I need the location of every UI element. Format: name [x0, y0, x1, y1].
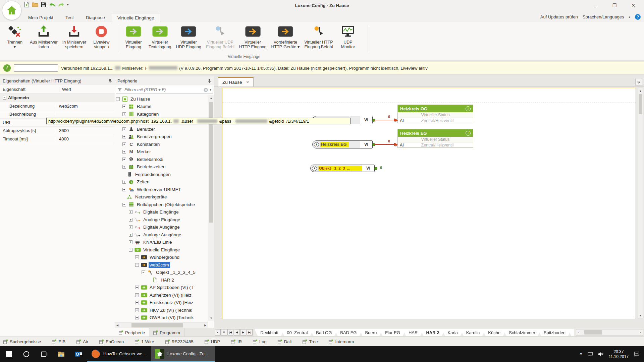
- page-tab-schlafzimmer[interactable]: Schlafzimmer: [503, 329, 541, 336]
- ribbon-button-virtueller-http-eingang[interactable]: VirtuellerHTTP Eingang: [237, 24, 269, 49]
- panel-tab-programm[interactable]: Programm: [149, 328, 184, 337]
- tree-item-räume[interactable]: +Räume: [115, 103, 208, 111]
- tree-item-analoge-ausgänge[interactable]: +Analoge Ausgänge: [115, 231, 208, 239]
- expander-icon[interactable]: +: [122, 127, 126, 131]
- expander-icon[interactable]: +: [135, 255, 139, 259]
- scroll-right-icon[interactable]: ›: [638, 330, 643, 334]
- chevron-down-icon[interactable]: ▾: [629, 15, 630, 19]
- page-nav-next-icon[interactable]: ▶: [240, 329, 246, 336]
- property-value[interactable]: 4000: [56, 136, 69, 141]
- property-row-timeout-ms[interactable]: Timeout [ms]4000: [0, 135, 115, 143]
- status-search-input[interactable]: [14, 64, 58, 72]
- ribbon-button-vordefinierte-http-geräte[interactable]: VordefinierteHTTP-Geräte ▾: [269, 24, 302, 49]
- info-icon[interactable]: i: [466, 106, 471, 111]
- tree-item-betriebszeiten[interactable]: +Betriebszeiten: [115, 163, 208, 171]
- page-nav-menu-icon[interactable]: ▾: [215, 329, 221, 336]
- tree-item-zu-hause[interactable]: −Zu Hause: [115, 95, 208, 103]
- expander-icon[interactable]: +: [135, 316, 139, 319]
- scroll-left-icon[interactable]: ‹: [576, 330, 582, 334]
- taskbar-clock[interactable]: 20:37 11.10.2017: [609, 349, 629, 359]
- tree-item-kategorien[interactable]: +Kategorien: [115, 110, 208, 118]
- tree-item-web2com[interactable]: −web2com: [115, 261, 208, 269]
- expander-icon[interactable]: +: [122, 150, 126, 154]
- expander-icon[interactable]: +: [122, 188, 126, 191]
- tree-item-betriebsmodi[interactable]: +Betriebsmodi: [115, 156, 208, 163]
- dock-panel-dali[interactable]: Dali: [278, 339, 291, 344]
- tree-horizontal-scrollbar[interactable]: ◀ ▶: [115, 322, 208, 328]
- page-tab-har[interactable]: HAR: [403, 329, 423, 336]
- tree-vertical-scrollbar[interactable]: ▲ ▼: [208, 95, 214, 321]
- ribbon-button-virtueller-udp-eingang[interactable]: VirtuellerUDP Eingang: [173, 24, 204, 49]
- taskbar-task-loxone-config-zu[interactable]: Loxone Config - Zu ...: [151, 346, 215, 362]
- scroll-up-icon[interactable]: ▲: [208, 95, 214, 101]
- page-tab-deckblatt[interactable]: Deckblatt: [255, 329, 284, 336]
- task-view-button[interactable]: [35, 346, 52, 362]
- tray-expand-icon[interactable]: ^: [580, 352, 582, 357]
- page-horizontal-scrollbar[interactable]: ‹ ›: [576, 329, 643, 336]
- menu-tab-virtuelle-eingänge[interactable]: Virtuelle Eingänge: [111, 13, 160, 22]
- outlook-button[interactable]: [70, 346, 87, 362]
- tree-item-digitale-ausgänge[interactable]: +Digitale Ausgänge: [115, 224, 208, 231]
- expander-icon[interactable]: +: [129, 218, 132, 222]
- volume-muted-icon[interactable]: [598, 352, 603, 356]
- tree-item-analoge-eingänge[interactable]: +Analoge Eingänge: [115, 216, 208, 224]
- scrollbar-thumb[interactable]: [131, 323, 183, 327]
- dock-panel-udp[interactable]: UDP: [205, 339, 220, 344]
- expander-icon[interactable]: +: [122, 142, 126, 146]
- expander-icon[interactable]: +: [135, 308, 139, 312]
- page-tab-karla[interactable]: Karla: [442, 329, 463, 336]
- tree-item-digitale-eingänge[interactable]: +Digitale Eingänge: [115, 208, 208, 216]
- scrollbar-thumb[interactable]: [639, 94, 642, 114]
- expander-icon[interactable]: +: [122, 180, 126, 184]
- menu-tab-test[interactable]: Test: [59, 13, 80, 22]
- tree-item-frostschutz-vi-heiz[interactable]: +Frostschutz (VI) (Heiz: [115, 299, 208, 307]
- page-nav-overview-icon[interactable]: ⧉: [221, 329, 227, 336]
- expander-icon[interactable]: −: [135, 263, 139, 267]
- taskbar-task-howto-ochsner-we[interactable]: HowTo: Ochsner we...: [87, 346, 151, 362]
- tree-item-har-2[interactable]: HAR 2: [115, 276, 208, 284]
- property-row-allgemein[interactable]: −Allgemein: [0, 94, 115, 102]
- languages-link[interactable]: Sprachen/Languages: [583, 14, 624, 19]
- ribbon-button-trennen[interactable]: Trennen▾: [2, 24, 28, 49]
- close-tab-icon[interactable]: ✕: [246, 80, 249, 84]
- column-header-wert[interactable]: Wert: [59, 87, 71, 92]
- input-port-label[interactable]: AI: [400, 143, 404, 147]
- input-port-label[interactable]: AI: [400, 118, 404, 123]
- scroll-down-icon[interactable]: ▼: [638, 313, 643, 318]
- expander-icon[interactable]: +: [122, 165, 126, 169]
- expander-icon[interactable]: +: [135, 301, 139, 304]
- expander-icon[interactable]: −: [116, 97, 120, 101]
- tree-item-hkv-zu-vi-technik[interactable]: +HKV Zu (VI) (Technik: [115, 306, 208, 314]
- close-button[interactable]: ✕: [624, 0, 643, 11]
- page-nav-first-icon[interactable]: |◀: [227, 329, 233, 336]
- pin-icon[interactable]: [108, 79, 112, 83]
- dock-panel-internorm[interactable]: Internorm: [329, 339, 354, 344]
- menu-tab-mein-projekt[interactable]: Mein Projekt: [22, 13, 59, 22]
- ribbon-button-virtueller-http-eingang-befehl[interactable]: Virtueller HTTPEingang Befehl: [302, 24, 335, 49]
- property-value[interactable]: 3600: [56, 128, 69, 133]
- function-block-heizkreis-eg[interactable]: Heizkreis EG i Virtueller Status AI Zent…: [397, 129, 473, 148]
- tree-item-konstanten[interactable]: +CKonstanten: [115, 140, 208, 148]
- vi-port[interactable]: VI: [360, 141, 372, 148]
- function-block-heizkreis-og[interactable]: Heizkreis OG i Virtueller Status AI Zent…: [397, 105, 473, 123]
- cortana-button[interactable]: [17, 346, 35, 362]
- page-tab-bad-eg[interactable]: BAD EG: [334, 329, 362, 336]
- tree-item-benutzergruppen[interactable]: +Benutzergruppen: [115, 133, 208, 141]
- expander-icon[interactable]: +: [129, 233, 132, 237]
- tree-item-merker[interactable]: +MMerker: [115, 148, 208, 156]
- dock-panel-rs232-485[interactable]: RS232/485: [165, 339, 194, 344]
- scrollbar-thumb[interactable]: [584, 330, 602, 335]
- expander-icon[interactable]: +: [122, 112, 126, 116]
- expander-icon[interactable]: +: [129, 240, 132, 244]
- ribbon-button-udp-monitor[interactable]: UDPMonitor: [335, 24, 361, 49]
- ribbon-button-aus-miniserver-laden[interactable]: Aus Miniserverladen: [28, 24, 60, 49]
- expander-icon[interactable]: −: [122, 203, 126, 206]
- page-tab-küche[interactable]: Küche: [482, 329, 506, 336]
- tree-item-aufheitzen-vi-heiz[interactable]: +Aufheitzen (VI) (Heiz: [115, 291, 208, 299]
- document-tab-zu-hause[interactable]: Zu Hause ✕: [218, 77, 254, 86]
- input-pill-3[interactable]: i Objekt _1_2_3_... VI: [310, 165, 375, 172]
- tree-item-knx-eib-linie[interactable]: +KNX/EIB Linie: [115, 239, 208, 246]
- dock-panel-1-wire[interactable]: 1-Wire: [135, 339, 154, 344]
- dock-panel-enocean[interactable]: EnOcean: [99, 339, 124, 344]
- scroll-right-icon[interactable]: ▶: [203, 323, 208, 328]
